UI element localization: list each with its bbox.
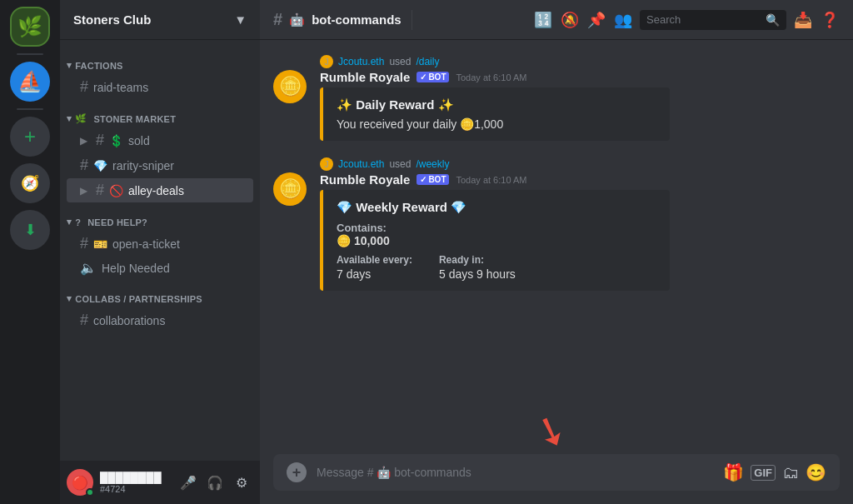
expand-icon-2: ▶ (80, 185, 87, 197)
embed-field-name-available: Available every: (337, 254, 412, 266)
topbar: # 🤖 bot-commands 🔢 🔕 📌 👥 Search 🔍 📥 ❓ (260, 0, 853, 40)
channel-item-sold[interactable]: ▶ # 💲 sold (67, 128, 253, 152)
category-stoner-market[interactable]: ▾ 🌿 STONER MARKET (60, 100, 260, 127)
embed-title-1: ✨ Daily Reward ✨ (337, 97, 656, 112)
embed-amount: 🪙 10,000 (337, 234, 656, 247)
slash-command-used-text-2: used (389, 158, 411, 170)
hash-threads-button[interactable]: 🔢 (533, 10, 553, 30)
hash-icon: # (80, 78, 88, 96)
embed-title-2: 💎 Weekly Reward 💎 (337, 200, 656, 215)
messages-area: J Jcoutu.eth used /daily 🪙 Rumble Royale… (260, 40, 853, 454)
topbar-hash-icon: # (273, 10, 282, 29)
topbar-channel-name: bot-commands (312, 12, 402, 27)
slash-command-used-text-1: used (389, 56, 411, 67)
channel-name-rarity: rarity-sniper (112, 159, 174, 172)
channel-name-sold: sold (128, 134, 150, 147)
channel-name-collabs: collaborations (93, 314, 165, 327)
add-attachment-button[interactable]: + (287, 462, 307, 482)
user-avatar-icon: 🔴 (72, 475, 88, 491)
checkmark-icon-2: ✓ (420, 175, 426, 184)
message-body-1: Rumble Royale ✓ BOT Today at 6:10 AM ✨ D… (320, 70, 840, 141)
gif-button[interactable]: GIF (751, 465, 776, 481)
embed-field-value-available: 7 days (337, 267, 412, 281)
message-body-2: Rumble Royale ✓ BOT Today at 6:10 AM 💎 W… (320, 172, 840, 291)
message-group-1: J Jcoutu.eth used /daily 🪙 Rumble Royale… (260, 53, 853, 142)
category-arrow: ▾ (67, 60, 72, 71)
embed-fields-2: Available every: 7 days Ready in: 5 days… (337, 254, 656, 281)
channel-item-help-needed[interactable]: 🔈 Help Needed (67, 257, 253, 279)
slash-command-name-1[interactable]: /daily (416, 56, 439, 67)
topbar-bot-icon: 🤖 (289, 12, 305, 27)
status-dot (86, 488, 94, 497)
channel-list: ▾ FACTIONS # raid-teams ▾ 🌿 STONER MARKE… (60, 40, 260, 461)
bot-badge-1: ✓ BOT (417, 72, 449, 82)
server-icon-opensea[interactable]: ⛵ (10, 62, 50, 102)
add-server-button[interactable]: + (10, 117, 50, 157)
message-row-2: 🪙 Rumble Royale ✓ BOT Today at 6:10 AM 💎… (273, 172, 840, 291)
notification-settings-button[interactable]: 🔕 (560, 10, 580, 30)
expand-icon: ▶ (80, 135, 87, 147)
message-timestamp-2: Today at 6:10 AM (456, 175, 526, 185)
hash-icon-3: # (80, 157, 88, 174)
message-input-placeholder[interactable]: Message # 🤖 bot-commands (317, 466, 713, 479)
topbar-channel-info: # 🤖 bot-commands (273, 10, 402, 29)
user-tag: #4724 (100, 484, 170, 494)
pin-button[interactable]: 📌 (586, 10, 606, 30)
server-icon-stoners[interactable]: 🌿 (10, 7, 50, 47)
server-list-divider (17, 53, 43, 55)
message-row-1: 🪙 Rumble Royale ✓ BOT Today at 6:10 AM ✨… (273, 70, 840, 141)
server-header[interactable]: Stoners Club ▼ (60, 0, 260, 40)
slash-user-avatar-2: J (320, 157, 333, 171)
hash-icon-2: # (96, 132, 104, 149)
sticker-button[interactable]: 🗂 (782, 463, 799, 482)
deafen-button[interactable]: 🎧 (203, 471, 227, 494)
message-author-2: Rumble Royale (320, 172, 410, 187)
gift-button[interactable]: 🎁 (723, 462, 744, 482)
category-collabs[interactable]: ▾ COLLABS / PARTNERSHIPS (60, 280, 260, 307)
user-avatar: 🔴 (67, 469, 93, 496)
message-avatar-1: 🪙 (273, 70, 307, 103)
slash-user-avatar-1: J (320, 55, 333, 68)
topbar-actions: 🔢 🔕 📌 👥 Search 🔍 📥 ❓ (533, 10, 840, 30)
category-factions[interactable]: ▾ FACTIONS (60, 47, 260, 74)
search-bar-placeholder: Search (646, 13, 762, 26)
embed-field-ready: Ready in: 5 days 9 hours (439, 254, 516, 281)
channel-item-rarity-sniper[interactable]: # 💎 rarity-sniper (67, 153, 253, 177)
message-input-area: + Message # 🤖 bot-commands 🎁 GIF 🗂 😊 (260, 454, 853, 504)
slash-username-1[interactable]: Jcoutu.eth (338, 56, 384, 67)
message-input-box: + Message # 🤖 bot-commands 🎁 GIF 🗂 😊 (273, 454, 840, 491)
channel-emoji-2: 💎 (93, 159, 107, 172)
channel-item-collaborations[interactable]: # collaborations (67, 308, 253, 332)
search-bar[interactable]: Search 🔍 (640, 10, 786, 30)
slash-command-name-2[interactable]: /weekly (416, 158, 449, 170)
server-header-chevron: ▼ (234, 12, 247, 27)
channel-item-alley-deals[interactable]: ▶ # 🚫 alley-deals (67, 178, 253, 202)
main-content: # 🤖 bot-commands 🔢 🔕 📌 👥 Search 🔍 📥 ❓ J … (260, 0, 853, 504)
channel-item-open-ticket[interactable]: # 🎫 open-a-ticket (67, 232, 253, 256)
download-apps-button[interactable]: ⬇ (10, 210, 50, 250)
message-timestamp-1: Today at 6:10 AM (456, 72, 526, 82)
mute-button[interactable]: 🎤 (177, 471, 200, 494)
slash-command-info-1: J Jcoutu.eth used /daily (320, 55, 840, 68)
inbox-button[interactable]: 📥 (793, 10, 813, 30)
category-need-help[interactable]: ▾ ? NEED HELP? (60, 203, 260, 231)
topbar-divider (412, 10, 412, 30)
embed-field-value-ready: 5 days 9 hours (439, 267, 516, 281)
help-button[interactable]: ❓ (820, 10, 840, 30)
category-arrow-3: ▾ (67, 217, 72, 227)
channel-name: raid-teams (93, 81, 148, 94)
emoji-button[interactable]: 😊 (806, 462, 826, 482)
user-area: 🔴 ████████ #4724 🎤 🎧 ⚙ (60, 461, 260, 504)
settings-button[interactable]: ⚙ (230, 471, 253, 494)
channel-emoji: 💲 (109, 134, 123, 147)
channel-emoji-4: 🎫 (93, 237, 107, 251)
user-name: ████████ (100, 472, 170, 484)
message-avatar-2: 🪙 (273, 172, 307, 206)
members-button[interactable]: 👥 (613, 10, 633, 30)
discover-server-button[interactable]: 🧭 (10, 163, 50, 203)
hash-icon-4: # (96, 182, 104, 199)
channel-emoji-3: 🚫 (109, 184, 123, 197)
channel-sidebar: Stoners Club ▼ ▾ FACTIONS # raid-teams ▾… (60, 0, 260, 504)
slash-username-2[interactable]: Jcoutu.eth (338, 158, 384, 170)
channel-item-raid-teams[interactable]: # raid-teams (67, 75, 253, 99)
